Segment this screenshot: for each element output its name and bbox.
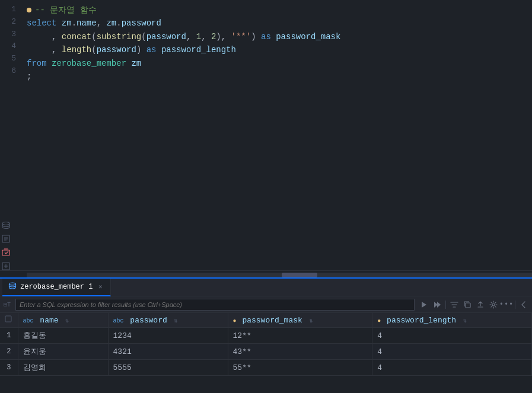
sidebar-icon-1[interactable] bbox=[0, 219, 12, 231]
row-num-2: 2 bbox=[0, 344, 18, 360]
svg-rect-2 bbox=[2, 250, 9, 255]
settings-icon-btn[interactable] bbox=[488, 299, 499, 311]
horizontal-scrollbar-track[interactable] bbox=[27, 273, 532, 277]
schema-indicator: ⊟T bbox=[4, 301, 11, 308]
col-label-password-mask: password_mask bbox=[242, 316, 302, 325]
row-number-header bbox=[0, 313, 18, 328]
tab-db-icon bbox=[8, 282, 17, 292]
row-1-password-length: 4 bbox=[372, 328, 532, 344]
tab-close-button[interactable]: ✕ bbox=[96, 283, 104, 291]
horizontal-scrollbar-area bbox=[0, 270, 532, 277]
col-key-icon-length: ● bbox=[377, 318, 381, 324]
sort-icon-length[interactable]: ⇅ bbox=[463, 318, 467, 324]
svg-marker-7 bbox=[437, 302, 441, 308]
row-3-password: 5555 bbox=[108, 360, 228, 376]
back-nav-btn[interactable] bbox=[518, 299, 530, 311]
col-key-icon-mask: ● bbox=[233, 318, 237, 324]
row-2-password-mask: 43** bbox=[228, 344, 372, 360]
svg-point-4 bbox=[9, 283, 16, 285]
results-table-wrapper[interactable]: abc name ⇅ abc password ⇅ ● password_mas… bbox=[0, 313, 532, 393]
row-1-name: 홍길동 bbox=[18, 328, 108, 344]
table-row: 1 홍길동 1234 12** 4 bbox=[0, 328, 532, 344]
editor-area: 1 2 3 4 5 6 -- 문자열 함수 select zm.name, zm… bbox=[0, 0, 532, 270]
sidebar-icon-2[interactable] bbox=[0, 233, 12, 245]
code-editor[interactable]: -- 문자열 함수 select zm.name, zm.password , … bbox=[21, 0, 532, 270]
sort-icon-password[interactable]: ⇅ bbox=[174, 318, 178, 324]
copy-icon-btn[interactable] bbox=[461, 299, 473, 311]
row-2-password-length: 4 bbox=[372, 344, 532, 360]
results-tab-zerobase-member[interactable]: zerobase_member 1 ✕ bbox=[2, 279, 111, 296]
tab-label: zerobase_member 1 bbox=[20, 283, 93, 291]
row-num-1: 1 bbox=[0, 328, 18, 344]
toolbar-separator-1 bbox=[445, 301, 446, 309]
table-row: 3 김영희 5555 55** 4 bbox=[0, 360, 532, 376]
filter-input[interactable] bbox=[20, 301, 410, 308]
sidebar-icon-4[interactable] bbox=[0, 260, 12, 270]
col-label-password-length: password_length bbox=[387, 316, 456, 325]
svg-point-0 bbox=[2, 222, 9, 225]
svg-rect-8 bbox=[466, 303, 470, 308]
sort-icon-name[interactable]: ⇅ bbox=[65, 318, 69, 324]
toolbar-separator-2 bbox=[515, 301, 515, 309]
sort-icon-mask[interactable]: ⇅ bbox=[310, 318, 313, 324]
svg-marker-5 bbox=[422, 302, 426, 308]
row-num-3: 3 bbox=[0, 360, 18, 376]
col-header-password-mask[interactable]: ● password_mask ⇅ bbox=[228, 313, 372, 328]
col-header-password-length[interactable]: ● password_length ⇅ bbox=[372, 313, 532, 328]
svg-point-9 bbox=[492, 303, 495, 306]
row-1-password: 1234 bbox=[108, 328, 228, 344]
run-button[interactable] bbox=[418, 299, 430, 311]
toolbar-run-area bbox=[418, 299, 443, 311]
results-tab-bar: zerobase_member 1 ✕ bbox=[0, 279, 532, 296]
col-type-icon-password: abc bbox=[113, 318, 124, 324]
more-icon-btn[interactable]: ••• bbox=[501, 299, 512, 311]
export-icon-btn[interactable] bbox=[474, 299, 486, 311]
results-table: abc name ⇅ abc password ⇅ ● password_mas… bbox=[0, 313, 532, 376]
row-1-password-mask: 12** bbox=[228, 328, 372, 344]
row-2-password: 4321 bbox=[108, 344, 228, 360]
col-header-password[interactable]: abc password ⇅ bbox=[108, 313, 228, 328]
table-row: 2 윤지웅 4321 43** 4 bbox=[0, 344, 532, 360]
results-panel: zerobase_member 1 ✕ ⊟T bbox=[0, 277, 532, 393]
filter-input-area[interactable] bbox=[15, 299, 415, 311]
row-2-name: 윤지웅 bbox=[18, 344, 108, 360]
sidebar-icon-3[interactable] bbox=[0, 247, 12, 258]
results-toolbar: ⊟T bbox=[0, 296, 532, 313]
row-3-password-length: 4 bbox=[372, 360, 532, 376]
col-type-icon-name: abc bbox=[23, 318, 34, 324]
col-label-password: password bbox=[130, 316, 167, 325]
col-header-name[interactable]: abc name ⇅ bbox=[18, 313, 108, 328]
row-3-name: 김영희 bbox=[18, 360, 108, 376]
row-3-password-mask: 55** bbox=[228, 360, 372, 376]
col-label-name: name bbox=[40, 316, 58, 325]
svg-rect-10 bbox=[5, 316, 11, 322]
filter-icon-btn[interactable] bbox=[448, 299, 460, 311]
horizontal-scrollbar-thumb[interactable] bbox=[282, 273, 317, 277]
run-all-button[interactable] bbox=[431, 299, 443, 311]
